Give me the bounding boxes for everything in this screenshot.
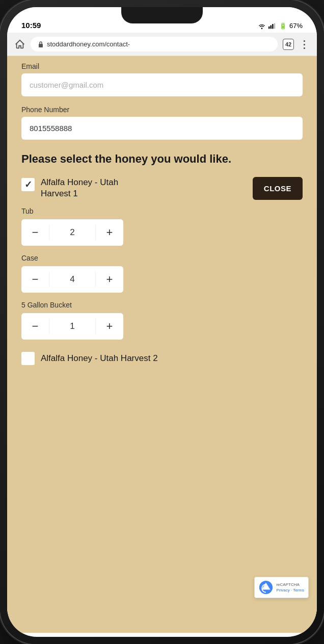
wifi-icon	[258, 23, 266, 29]
email-input[interactable]: customer@gmail.com	[21, 73, 303, 96]
battery-level: 67%	[289, 22, 303, 30]
checkmark-icon: ✓	[24, 179, 32, 190]
honey-item-1-header: ✓ Alfalfa Honey - UtahHarvest 1 CLOSE	[21, 177, 303, 200]
svg-point-0	[261, 28, 263, 29]
svg-rect-3	[272, 24, 273, 29]
tub-quantity-section: Tub − 2 +	[21, 207, 303, 246]
phone-input[interactable]: 8015558888	[21, 117, 303, 140]
email-label: Email	[21, 62, 303, 70]
recaptcha-links[interactable]: Privacy · Terms	[276, 588, 304, 593]
honey-item-2: Alfalfa Honey - Utah Harvest 2	[21, 350, 303, 365]
menu-dots-icon[interactable]: ⋮	[299, 38, 310, 50]
privacy-link[interactable]: Privacy	[276, 588, 289, 593]
status-time: 10:59	[21, 21, 41, 30]
honey-item-1: ✓ Alfalfa Honey - UtahHarvest 1 CLOSE Tu…	[21, 177, 303, 340]
tub-control: − 2 +	[21, 219, 123, 246]
case-label: Case	[21, 254, 303, 262]
dot-separator: ·	[291, 588, 292, 593]
recaptcha-text-block: reCAPTCHA Privacy · Terms	[276, 582, 304, 592]
honey-item-2-name: Alfalfa Honey - Utah Harvest 2	[41, 353, 158, 364]
status-icons: 🔋 67%	[258, 22, 303, 30]
honey-item-1-name: Alfalfa Honey - UtahHarvest 1	[41, 177, 118, 199]
bucket-value: 1	[49, 321, 95, 331]
case-increment-button[interactable]: +	[96, 266, 123, 293]
case-value: 4	[49, 274, 95, 285]
svg-rect-1	[268, 26, 269, 29]
page-content: Email customer@gmail.com Phone Number 80…	[7, 56, 317, 633]
honey-item-1-checkbox[interactable]: ✓	[21, 178, 35, 191]
case-decrement-button[interactable]: −	[21, 266, 49, 293]
svg-rect-5	[39, 44, 43, 47]
tub-label: Tub	[21, 207, 303, 215]
lock-icon	[38, 41, 44, 48]
phone-frame: 10:59 🔋 67%	[0, 0, 324, 644]
honey-item-2-checkbox[interactable]	[21, 352, 35, 365]
battery-icon: 🔋	[279, 22, 287, 30]
recaptcha-badge: reCAPTCHA Privacy · Terms	[254, 577, 309, 598]
phone-section: Phone Number 8015558888	[21, 106, 303, 140]
bucket-increment-button[interactable]: +	[96, 313, 123, 340]
bucket-quantity-section: 5 Gallon Bucket − 1 +	[21, 301, 303, 340]
close-button[interactable]: CLOSE	[253, 177, 303, 200]
bucket-decrement-button[interactable]: −	[21, 313, 49, 340]
bucket-label: 5 Gallon Bucket	[21, 301, 303, 309]
notch	[121, 7, 203, 23]
phone-screen: 10:59 🔋 67%	[7, 7, 317, 637]
svg-point-7	[264, 586, 268, 589]
url-text: stoddardhoney.com/contact-	[47, 40, 271, 48]
honey-item-1-left: ✓ Alfalfa Honey - UtahHarvest 1	[21, 177, 118, 199]
bucket-control: − 1 +	[21, 313, 123, 340]
home-icon[interactable]	[14, 39, 25, 50]
tab-badge[interactable]: 42	[283, 39, 294, 50]
honey-selection-heading: Please select the honey you would like.	[21, 152, 303, 167]
case-control: − 4 +	[21, 266, 123, 293]
tub-decrement-button[interactable]: −	[21, 219, 49, 246]
svg-rect-4	[274, 23, 275, 29]
signal-icon	[268, 23, 277, 29]
recaptcha-tagline: reCAPTCHA	[276, 582, 304, 587]
terms-link[interactable]: Terms	[293, 588, 304, 593]
url-bar[interactable]: stoddardhoney.com/contact-	[31, 37, 278, 51]
recaptcha-logo-icon	[259, 580, 273, 595]
case-quantity-section: Case − 4 +	[21, 254, 303, 293]
email-section: Email customer@gmail.com	[21, 56, 303, 96]
browser-bar[interactable]: stoddardhoney.com/contact- 42 ⋮	[7, 33, 317, 56]
tub-value: 2	[49, 227, 95, 238]
tub-increment-button[interactable]: +	[96, 219, 123, 246]
phone-label: Phone Number	[21, 106, 303, 114]
svg-rect-2	[271, 25, 272, 29]
